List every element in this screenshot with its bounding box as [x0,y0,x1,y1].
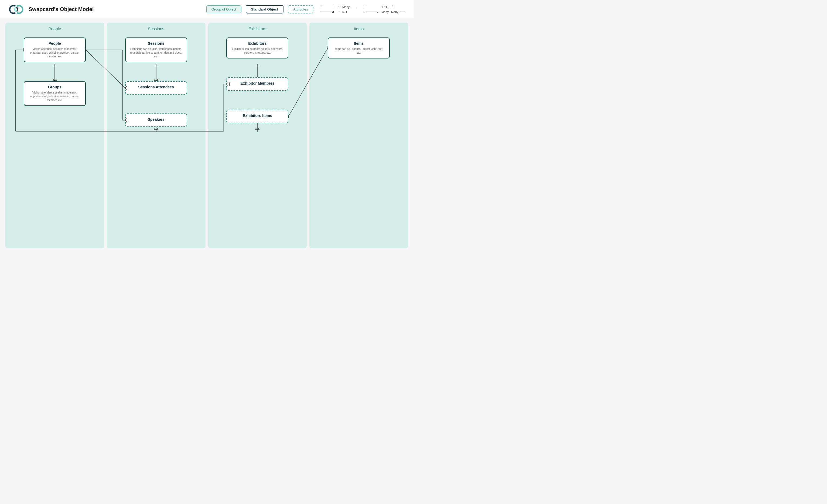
panel-inner-items: Items Items can be Product, Project, Job… [313,35,404,244]
sessions-attendees-title: Sessions Attendees [130,85,182,89]
legend-standard-btn[interactable]: Standard Object [246,5,284,13]
svg-text:‹: ‹ [377,11,378,14]
group-panel-sessions: Sessions Sessions Plannings can be talks… [107,23,205,248]
connector-people-groups [47,64,63,83]
svg-line-31 [156,128,158,130]
legend-area: Group of Object Standard Object Attribut… [206,5,405,14]
groups-object: Groups Visitor, attendee, speaker, moder… [24,81,86,106]
legend-attributes-btn[interactable]: Attributes [288,5,313,13]
groups-title: Groups [29,85,81,89]
exhibitors-title: Exhibitors [231,41,284,46]
sessions-object: Sessions Plannings can be talks, worksho… [125,38,187,62]
connector-sessions-attendees [148,64,164,83]
svg-text:+: + [392,5,393,7]
speakers-object: Speakers [125,113,187,127]
groups-desc: Visitor, attendee, speaker, moderator, o… [29,91,81,102]
panel-inner-sessions: Sessions Plannings can be talks, worksho… [110,35,202,244]
items-desc: Items can be Product, Project, Job Offer… [333,47,385,55]
panel-inner-people: People Visitor, attendee, speaker, moder… [9,35,100,244]
legend-one-many: +→ 1 : Many [321,5,356,9]
group-title-people: People [49,26,61,31]
svg-line-21 [55,79,57,80]
page-title: Swapcard's Object Model [29,6,206,12]
svg-line-40 [255,128,257,130]
exhibitor-members-title: Exhibitor Members [231,81,284,86]
svg-text:+: + [364,5,366,7]
legend-one-one: + 1 : 1 + [363,5,405,9]
exhibitors-desc: Exhibitors can be booth holders, sponsor… [231,47,284,55]
sessions-title: Sessions [130,41,182,46]
group-panel-exhibitors: Exhibitors Exhibitors Exhibitors can be … [208,23,307,248]
group-panel-items: Items Items Items can be Product, Projec… [309,23,408,248]
logo-icon [8,4,24,15]
legend-relations-2: + 1 : 1 + ›‹ Many : Many [363,5,405,14]
group-title-exhibitors: Exhibitors [248,26,266,31]
exhibitor-members-object: Exhibitor Members [226,77,288,91]
group-title-sessions: Sessions [148,26,164,31]
svg-line-41 [257,128,259,130]
legend-relations: +→ 1 : Many 1 : 0..1 [321,5,356,14]
group-panel-people: People People Visitor, attendee, speaker… [5,23,104,248]
people-title: People [29,41,81,46]
svg-line-25 [154,79,156,80]
people-object: People Visitor, attendee, speaker, moder… [24,38,86,62]
svg-point-8 [332,11,334,13]
sessions-desc: Plannings can be talks, workshops, panel… [130,47,182,58]
legend-many-many: ›‹ Many : Many [363,10,405,14]
exhibitors-object: Exhibitors Exhibitors can be booth holde… [226,38,288,58]
header: Swapcard's Object Model Group of Object … [0,0,414,19]
svg-line-20 [53,79,55,80]
people-desc: Visitor, attendee, speaker, moderator, o… [29,47,81,58]
diagram-area: People People Visitor, attendee, speaker… [0,19,414,252]
svg-text:→: → [332,5,335,7]
exhibitors-items-object: Exhibitors Items [226,110,288,123]
exhibitors-items-title: Exhibitors Items [231,113,284,118]
speakers-title: Speakers [130,117,182,121]
group-title-items: Items [354,26,364,31]
items-title: Items [333,41,385,46]
diagram-wrapper: People People Visitor, attendee, speaker… [5,23,408,248]
items-object: Items Items can be Product, Project, Job… [328,38,390,58]
legend-one-zero-one: 1 : 0..1 [321,10,356,14]
legend-group-btn[interactable]: Group of Object [206,5,241,13]
svg-text:›: › [363,11,364,14]
svg-line-26 [156,79,158,80]
svg-text:+: + [321,5,322,7]
panel-inner-exhibitors: Exhibitors Exhibitors can be booth holde… [212,35,303,244]
sessions-attendees-object: Sessions Attendees [125,81,187,95]
svg-line-30 [154,128,156,130]
